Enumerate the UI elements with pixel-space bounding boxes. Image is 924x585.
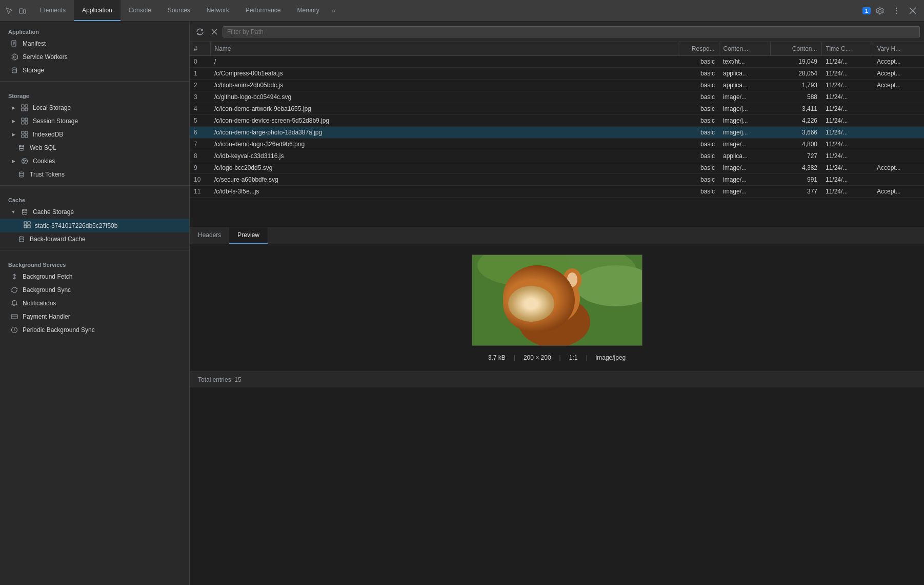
sidebar-bg-sync-label: Background Sync — [23, 286, 71, 294]
sidebar-item-session-storage[interactable]: ▶ Session Storage — [0, 114, 189, 128]
cell-content-length: 3,666 — [770, 127, 821, 139]
table-row[interactable]: 3 /c/github-logo-bc05494c.svg basic imag… — [190, 91, 924, 103]
filter-input[interactable] — [223, 26, 920, 37]
cell-name: /c/icon-demo-device-screen-5d52d8b9.jpg — [210, 115, 678, 127]
sidebar-trust-tokens-label: Trust Tokens — [30, 171, 65, 178]
sidebar: Application Manifest Service Workers Sto… — [0, 22, 190, 585]
sidebar-item-trust-tokens[interactable]: Trust Tokens — [0, 168, 189, 181]
sidebar-item-back-forward-cache[interactable]: Back-forward Cache — [0, 232, 189, 246]
tab-elements[interactable]: Elements — [32, 0, 74, 21]
tab-preview[interactable]: Preview — [229, 227, 268, 244]
svg-point-51 — [553, 292, 560, 300]
tab-memory[interactable]: Memory — [289, 0, 328, 21]
cache-table: # Name Respo... Conten... Conten... Time… — [190, 42, 924, 227]
table-row[interactable]: 9 /c/logo-bcc20dd5.svg basic image/... 4… — [190, 162, 924, 174]
svg-rect-1 — [24, 10, 26, 13]
sidebar-payment-handler-label: Payment Handler — [23, 313, 70, 320]
table-row[interactable]: 1 /c/Compress-00b1eafa.js basic applica.… — [190, 68, 924, 80]
tab-console[interactable]: Console — [120, 0, 159, 21]
preview-image-svg — [472, 255, 642, 346]
sidebar-item-notifications[interactable]: Notifications — [0, 297, 189, 310]
cell-num: 8 — [190, 150, 210, 162]
top-bar-right: 1 — [862, 4, 924, 18]
table-row[interactable]: 4 /c/icon-demo-artwork-9eba1655.jpg basi… — [190, 103, 924, 115]
sidebar-web-sql-label: Web SQL — [30, 144, 56, 151]
tab-performance[interactable]: Performance — [237, 0, 289, 21]
more-options-icon[interactable] — [889, 4, 903, 18]
sidebar-item-cookies[interactable]: ▶ Cookies — [0, 154, 189, 168]
sidebar-item-web-sql[interactable]: Web SQL — [0, 141, 189, 154]
col-header-time: Time C... — [821, 42, 873, 56]
cell-response: basic — [678, 56, 719, 68]
sidebar-cache-static-label: static-3741017226db5c27f50b — [35, 222, 117, 229]
col-header-vary: Vary H... — [873, 42, 924, 56]
table-row[interactable]: 10 /c/secure-a66bbdfe.svg basic image/..… — [190, 174, 924, 186]
cell-name: /c/icon-demo-artwork-9eba1655.jpg — [210, 103, 678, 115]
col-header-name: Name — [210, 42, 678, 56]
preview-footer: Total entries: 15 — [190, 372, 924, 387]
table-row[interactable]: 7 /c/icon-demo-logo-326ed9b6.png basic i… — [190, 139, 924, 150]
tab-headers[interactable]: Headers — [190, 227, 229, 244]
cell-name: /c/idb-ls-3f5e...js — [210, 186, 678, 198]
cell-content-type: image/... — [719, 174, 770, 186]
close-devtools-icon[interactable] — [906, 4, 920, 18]
cell-content-length: 588 — [770, 91, 821, 103]
tab-network[interactable]: Network — [198, 0, 237, 21]
cell-name: /c/secure-a66bbdfe.svg — [210, 174, 678, 186]
cell-time: 11/24/... — [821, 103, 873, 115]
svg-rect-14 — [22, 108, 24, 111]
refresh-button[interactable] — [194, 26, 206, 38]
svg-point-59 — [535, 301, 543, 306]
tab-sources[interactable]: Sources — [159, 0, 198, 21]
cell-time: 11/24/... — [821, 80, 873, 91]
cell-name: /c/icon-demo-logo-326ed9b6.png — [210, 139, 678, 150]
cell-content-type: image/j... — [719, 103, 770, 115]
cell-content-length: 4,226 — [770, 115, 821, 127]
table-row[interactable]: 5 /c/icon-demo-device-screen-5d52d8b9.jp… — [190, 115, 924, 127]
preview-content: 3.7 kB | 200 × 200 | 1:1 | image/jpeg — [190, 244, 924, 372]
clear-button[interactable] — [208, 26, 220, 38]
tab-list: Elements Application Console Sources Net… — [32, 0, 339, 21]
sidebar-item-manifest[interactable]: Manifest — [0, 37, 189, 50]
table-row[interactable]: 8 /c/idb-keyval-c33d3116.js basic applic… — [190, 150, 924, 162]
sidebar-item-bg-fetch[interactable]: Background Fetch — [0, 270, 189, 283]
svg-point-29 — [19, 172, 24, 173]
sidebar-item-service-workers[interactable]: Service Workers — [0, 50, 189, 64]
svg-point-53 — [557, 294, 559, 296]
cell-content-length: 377 — [770, 186, 821, 198]
divider-2 — [0, 185, 189, 186]
device-toggle-icon[interactable] — [17, 6, 28, 16]
cell-name: /c/blob-anim-2db05bdc.js — [210, 80, 678, 91]
toolbar-icons — [0, 6, 32, 16]
svg-rect-20 — [22, 131, 24, 134]
table-row[interactable]: 11 /c/idb-ls-3f5e...js basic image/... 3… — [190, 186, 924, 198]
sidebar-item-cache-storage[interactable]: ▼ Cache Storage — [0, 205, 189, 219]
table-row[interactable]: 6 /c/icon-demo-large-photo-18da387a.jpg … — [190, 127, 924, 139]
cell-content-type: applica... — [719, 150, 770, 162]
sidebar-item-periodic-bg-sync[interactable]: Periodic Background Sync — [0, 323, 189, 337]
sidebar-item-cache-static[interactable]: static-3741017226db5c27f50b — [0, 219, 189, 232]
cell-num: 1 — [190, 68, 210, 80]
settings-icon[interactable] — [873, 4, 887, 18]
sidebar-item-storage-app[interactable]: Storage — [0, 64, 189, 77]
separator-1: | — [514, 354, 515, 361]
svg-rect-13 — [25, 105, 28, 107]
sidebar-item-bg-sync[interactable]: Background Sync — [0, 283, 189, 297]
cell-content-type: image/... — [719, 91, 770, 103]
sidebar-item-local-storage[interactable]: ▶ Local Storage — [0, 101, 189, 114]
card-icon — [10, 313, 18, 321]
arrows-icon — [10, 272, 18, 281]
table-row[interactable]: 0 / basic text/ht... 19,049 11/24/... Ac… — [190, 56, 924, 68]
table-row[interactable]: 2 /c/blob-anim-2db05bdc.js basic applica… — [190, 80, 924, 91]
tab-more-icon[interactable]: » — [328, 0, 339, 21]
sidebar-item-indexeddb[interactable]: ▶ IndexedDB — [0, 128, 189, 141]
expand-arrow-local-storage: ▶ — [10, 105, 16, 111]
cell-vary — [873, 127, 924, 139]
cell-content-type: image/... — [719, 139, 770, 150]
cell-response: basic — [678, 115, 719, 127]
tab-application[interactable]: Application — [74, 0, 120, 21]
select-tool-icon[interactable] — [4, 6, 14, 16]
file-icon — [10, 40, 18, 48]
sidebar-section-application: Application — [0, 22, 189, 37]
sidebar-item-payment-handler[interactable]: Payment Handler — [0, 310, 189, 323]
